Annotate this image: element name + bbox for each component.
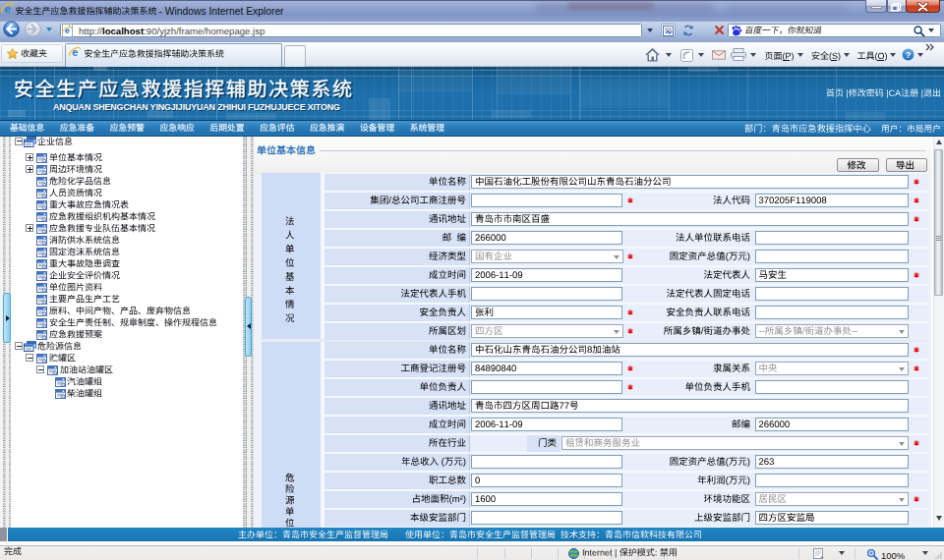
svg-text:ANQUAN SHENGCHAN YINGJIJIUYUAN: ANQUAN SHENGCHAN YINGJIJIUYUAN ZHIHUI FU… bbox=[53, 102, 340, 112]
